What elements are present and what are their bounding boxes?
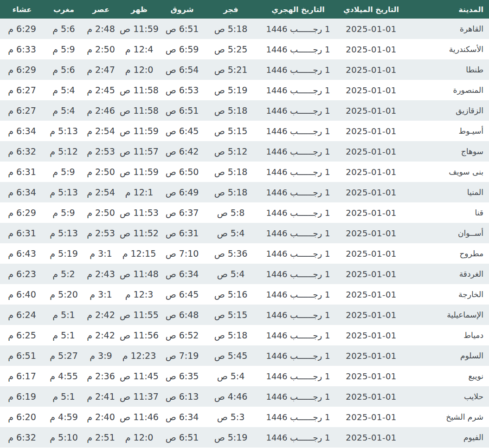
cell-city: دمياط xyxy=(404,325,489,345)
cell-fajr: 5:19 ص xyxy=(204,427,257,448)
cell-hijri_date: 1 رجــــــب 1446 xyxy=(257,121,339,141)
cell-fajr: 5:8 ص xyxy=(204,202,257,223)
header-row: المدينة التاريخ الميلادي التاريخ الهجري … xyxy=(0,0,489,19)
table-row: المنيا2025-01-011 رجــــــب 14465:18 ص6:… xyxy=(0,182,489,202)
cell-gregorian_date: 2025-01-01 xyxy=(339,284,404,305)
cell-fajr: 5:18 ص xyxy=(204,19,257,39)
cell-maghrib: 5:4 م xyxy=(44,100,84,121)
cell-city: مطروح xyxy=(404,243,489,264)
cell-sunrise: 6:13 ص xyxy=(160,386,204,407)
table-row: طنطا2025-01-011 رجــــــب 14465:21 ص6:54… xyxy=(0,59,489,80)
cell-hijri_date: 1 رجــــــب 1446 xyxy=(257,141,339,162)
cell-dhuhr: 11:59 ص xyxy=(118,162,160,182)
cell-city: المنصورة xyxy=(404,80,489,100)
cell-isha: 6:43 م xyxy=(0,243,44,264)
cell-city: شرم الشيخ xyxy=(404,407,489,427)
cell-asr: 2:51 م xyxy=(84,427,118,448)
cell-sunrise: 6:37 ص xyxy=(160,202,204,223)
cell-asr: 2:36 م xyxy=(84,366,118,386)
cell-isha: 6:25 م xyxy=(0,325,44,345)
cell-dhuhr: 11:58 ص xyxy=(118,80,160,100)
cell-gregorian_date: 2025-01-01 xyxy=(339,80,404,100)
cell-sunrise: 6:34 ص xyxy=(160,407,204,427)
cell-hijri_date: 1 رجــــــب 1446 xyxy=(257,100,339,121)
cell-fajr: 5:45 ص xyxy=(204,345,257,366)
cell-sunrise: 6:45 ص xyxy=(160,121,204,141)
cell-fajr: 5:21 ص xyxy=(204,59,257,80)
cell-city: أسيـوط xyxy=(404,121,489,141)
header-gregorian-date: التاريخ الميلادي xyxy=(339,0,404,19)
cell-fajr: 4:46 ص xyxy=(204,386,257,407)
cell-maghrib: 5:9 م xyxy=(44,202,84,223)
table-row: الإسماعيلية2025-01-011 رجــــــب 14465:1… xyxy=(0,305,489,325)
cell-maghrib: 5:9 م xyxy=(44,162,84,182)
cell-gregorian_date: 2025-01-01 xyxy=(339,141,404,162)
cell-isha: 6:40 م xyxy=(0,284,44,305)
cell-gregorian_date: 2025-01-01 xyxy=(339,325,404,345)
cell-maghrib: 5:6 م xyxy=(44,59,84,80)
cell-sunrise: 6:42 ص xyxy=(160,141,204,162)
prayer-times-page: المدينة التاريخ الميلادي التاريخ الهجري … xyxy=(0,0,489,448)
cell-gregorian_date: 2025-01-01 xyxy=(339,39,404,59)
table-header: المدينة التاريخ الميلادي التاريخ الهجري … xyxy=(0,0,489,19)
table-row: دمياط2025-01-011 رجــــــب 14465:18 ص6:5… xyxy=(0,325,489,345)
cell-dhuhr: 12:1 م xyxy=(118,182,160,202)
cell-city: الغردقة xyxy=(404,264,489,284)
table-row: بنى سويف2025-01-011 رجــــــب 14465:18 ص… xyxy=(0,162,489,182)
cell-gregorian_date: 2025-01-01 xyxy=(339,223,404,243)
cell-maghrib: 5:13 م xyxy=(44,182,84,202)
cell-hijri_date: 1 رجــــــب 1446 xyxy=(257,39,339,59)
cell-dhuhr: 11:59 ص xyxy=(118,121,160,141)
cell-asr: 2:54 م xyxy=(84,121,118,141)
cell-city: الفيوم xyxy=(404,427,489,448)
cell-fajr: 5:18 ص xyxy=(204,325,257,345)
cell-dhuhr: 11:46 ص xyxy=(118,407,160,427)
cell-maghrib: 5:2 م xyxy=(44,264,84,284)
cell-asr: 2:50 م xyxy=(84,162,118,182)
cell-fajr: 5:18 ص xyxy=(204,100,257,121)
cell-dhuhr: 11:56 ص xyxy=(118,325,160,345)
cell-sunrise: 7:19 ص xyxy=(160,345,204,366)
cell-dhuhr: 11:59 ص xyxy=(118,19,160,39)
cell-dhuhr: 11:45 ص xyxy=(118,366,160,386)
cell-fajr: 5:19 ص xyxy=(204,80,257,100)
table-row: المنصورة2025-01-011 رجــــــب 14465:19 ص… xyxy=(0,80,489,100)
cell-gregorian_date: 2025-01-01 xyxy=(339,305,404,325)
cell-maghrib: 5:4 م xyxy=(44,80,84,100)
table-row: الفيوم2025-01-011 رجــــــب 14465:19 ص6:… xyxy=(0,427,489,448)
table-row: الخارجة2025-01-011 رجــــــب 14465:16 ص6… xyxy=(0,284,489,305)
cell-sunrise: 6:51 ص xyxy=(160,427,204,448)
cell-isha: 6:19 م xyxy=(0,386,44,407)
cell-city: الخارجة xyxy=(404,284,489,305)
prayer-times-table: المدينة التاريخ الميلادي التاريخ الهجري … xyxy=(0,0,489,448)
cell-maghrib: 5:13 م xyxy=(44,223,84,243)
cell-city: الزقازيق xyxy=(404,100,489,121)
cell-sunrise: 6:54 ص xyxy=(160,59,204,80)
cell-maghrib: 4:59 م xyxy=(44,407,84,427)
cell-hijri_date: 1 رجــــــب 1446 xyxy=(257,202,339,223)
cell-gregorian_date: 2025-01-01 xyxy=(339,121,404,141)
cell-maghrib: 5:20 م xyxy=(44,284,84,305)
cell-isha: 6:27 م xyxy=(0,100,44,121)
cell-sunrise: 6:49 ص xyxy=(160,182,204,202)
table-row: أســوان2025-01-011 رجــــــب 14465:4 ص6:… xyxy=(0,223,489,243)
cell-hijri_date: 1 رجــــــب 1446 xyxy=(257,243,339,264)
cell-hijri_date: 1 رجــــــب 1446 xyxy=(257,182,339,202)
cell-maghrib: 5:9 م xyxy=(44,39,84,59)
cell-sunrise: 6:52 ص xyxy=(160,325,204,345)
cell-sunrise: 6:59 ص xyxy=(160,39,204,59)
cell-maghrib: 5:27 م xyxy=(44,345,84,366)
cell-fajr: 5:12 ص xyxy=(204,141,257,162)
header-dhuhr: ظهر xyxy=(118,0,160,19)
cell-hijri_date: 1 رجــــــب 1446 xyxy=(257,162,339,182)
cell-city: الإسماعيلية xyxy=(404,305,489,325)
cell-dhuhr: 11:52 ص xyxy=(118,223,160,243)
cell-maghrib: 4:55 م xyxy=(44,366,84,386)
cell-hijri_date: 1 رجــــــب 1446 xyxy=(257,284,339,305)
cell-hijri_date: 1 رجــــــب 1446 xyxy=(257,427,339,448)
cell-dhuhr: 11:53 ص xyxy=(118,202,160,223)
cell-gregorian_date: 2025-01-01 xyxy=(339,345,404,366)
cell-dhuhr: 12:23 م xyxy=(118,345,160,366)
cell-gregorian_date: 2025-01-01 xyxy=(339,162,404,182)
cell-asr: 3:1 م xyxy=(84,284,118,305)
